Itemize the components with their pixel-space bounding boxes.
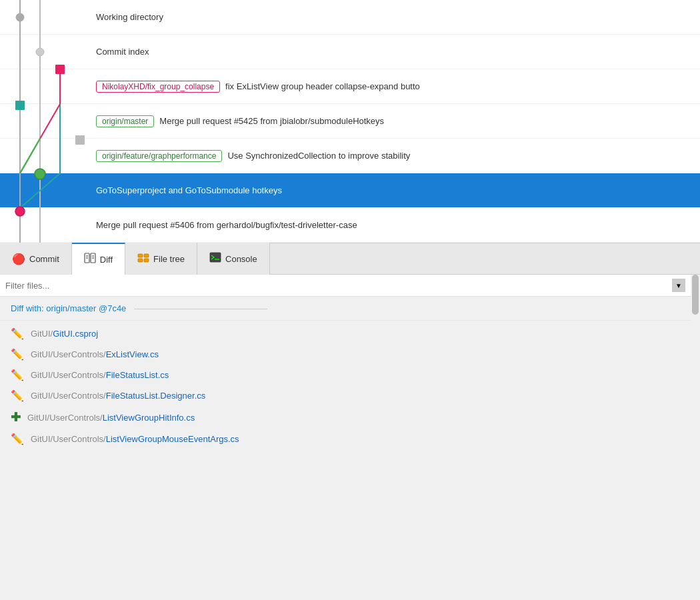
filter-dropdown-button[interactable]: ▼ (672, 279, 685, 292)
file-icon-edit: ✏️ (11, 433, 24, 445)
filter-bar: ▼ (0, 275, 691, 297)
commit-message: Use SynchronizedCollection to improve st… (227, 151, 410, 161)
git-graph: Working directory Commit index NikolayXH… (0, 0, 700, 243)
commit-row-graphperf[interactable]: origin/feature/graphperformance Use Sync… (0, 139, 700, 173)
graph-col (0, 104, 93, 139)
commit-message: GoToSuperproject and GoToSubmodule hotke… (96, 185, 282, 195)
file-item-3[interactable]: ✏️ GitUI/UserControls/FileStatusList.Des… (0, 385, 691, 406)
diff-header: Diff with: origin/master @7c4e (0, 297, 691, 321)
diff-header-text: Diff with: origin/master @7c4e (11, 303, 126, 313)
commit-message: Working directory (96, 12, 163, 22)
tab-console-label: Console (225, 254, 257, 264)
bottom-panel: ▼ Diff with: origin/master @7c4e ✏️ GitU… (0, 275, 700, 452)
tabs-bar: 🔴 Commit Diff File tree (0, 243, 700, 275)
diff-icon (84, 252, 96, 267)
commit-row-goto-superproject[interactable]: GoToSuperproject and GoToSubmodule hotke… (0, 173, 700, 208)
tab-diff-label: Diff (100, 255, 113, 265)
graph-col (0, 139, 93, 173)
graph-col (0, 35, 93, 69)
tab-commit[interactable]: 🔴 Commit (0, 243, 72, 275)
file-item-2[interactable]: ✏️ GitUI/UserControls/FileStatusList.cs (0, 365, 691, 385)
svg-rect-35 (138, 259, 143, 262)
branch-tag: origin/master (96, 115, 154, 127)
file-item-5[interactable]: ✏️ GitUI/UserControls/ListViewGroupMouse… (0, 429, 691, 449)
commit-icon: 🔴 (12, 253, 25, 265)
commit-content: origin/master Merge pull request #5425 f… (93, 115, 700, 127)
diff-header-line (134, 309, 267, 309)
graph-col (0, 0, 93, 35)
graph-col (0, 173, 93, 208)
file-path-2: GitUI/UserControls/FileStatusList.cs (31, 370, 169, 380)
file-item-4[interactable]: ✚ GitUI/UserControls/ListViewGroupHitInf… (0, 406, 691, 429)
commit-content: GoToSuperproject and GoToSubmodule hotke… (93, 185, 700, 195)
file-icon-edit: ✏️ (11, 348, 24, 361)
commit-row-origin-master[interactable]: origin/master Merge pull request #5425 f… (0, 104, 700, 139)
branch-tag: NikolayXHD/fix_group_collapse (96, 81, 220, 93)
graph-col (0, 69, 93, 104)
tab-console[interactable]: Console (197, 243, 270, 275)
tab-file-tree-label: File tree (153, 254, 185, 264)
commit-message: Commit index (96, 47, 149, 57)
branch-tag: origin/feature/graphperformance (96, 150, 222, 162)
filter-input[interactable] (5, 281, 672, 291)
commit-content: NikolayXHD/fix_group_collapse fix ExList… (93, 81, 700, 93)
file-panel: ▼ Diff with: origin/master @7c4e ✏️ GitU… (0, 275, 691, 452)
commit-content: Working directory (93, 12, 700, 22)
file-path-3: GitUI/UserControls/FileStatusList.Design… (31, 391, 205, 401)
file-item-0[interactable]: ✏️ GitUI/GitUI.csproj (0, 323, 691, 344)
file-icon-edit: ✏️ (11, 327, 24, 340)
file-icon-edit: ✏️ (11, 389, 24, 402)
svg-rect-34 (144, 254, 149, 257)
file-path-4: GitUI/UserControls/ListViewGroupHitInfo.… (27, 413, 195, 423)
commit-content: Merge pull request #5406 from gerhardol/… (93, 220, 700, 230)
commit-content: Commit index (93, 47, 700, 57)
svg-rect-37 (210, 253, 221, 262)
commit-row-working[interactable]: Working directory (0, 0, 700, 35)
file-path-0: GitUI/GitUI.csproj (31, 329, 98, 339)
commit-message: Merge pull request #5425 from jbialobr/s… (159, 116, 384, 126)
scrollbar-thumb[interactable] (692, 275, 699, 315)
console-icon (209, 251, 221, 266)
svg-rect-33 (138, 254, 143, 257)
file-path-5: GitUI/UserControls/ListViewGroupMouseEve… (31, 434, 239, 444)
svg-rect-36 (144, 259, 149, 262)
commit-message: Merge pull request #5406 from gerhardol/… (96, 220, 357, 230)
commit-row-index[interactable]: Commit index (0, 35, 700, 69)
file-item-1[interactable]: ✏️ GitUI/UserControls/ExListView.cs (0, 344, 691, 365)
scrollbar-track[interactable] (691, 275, 700, 452)
file-tree-icon (137, 251, 149, 266)
graph-col (0, 208, 93, 243)
file-path-1: GitUI/UserControls/ExListView.cs (31, 349, 159, 359)
tab-commit-label: Commit (29, 254, 59, 264)
commit-message: fix ExListView group header collapse-exp… (225, 81, 420, 91)
tab-file-tree[interactable]: File tree (125, 243, 197, 275)
file-icon-edit: ✏️ (11, 369, 24, 381)
file-list: ✏️ GitUI/GitUI.csproj ✏️ GitUI/UserContr… (0, 321, 691, 452)
commit-content: origin/feature/graphperformance Use Sync… (93, 150, 700, 162)
tab-diff[interactable]: Diff (72, 243, 125, 275)
commit-row-fix-group[interactable]: NikolayXHD/fix_group_collapse fix ExList… (0, 69, 700, 104)
commit-row-merge-pr[interactable]: Merge pull request #5406 from gerhardol/… (0, 208, 700, 243)
file-icon-add: ✚ (11, 410, 21, 425)
